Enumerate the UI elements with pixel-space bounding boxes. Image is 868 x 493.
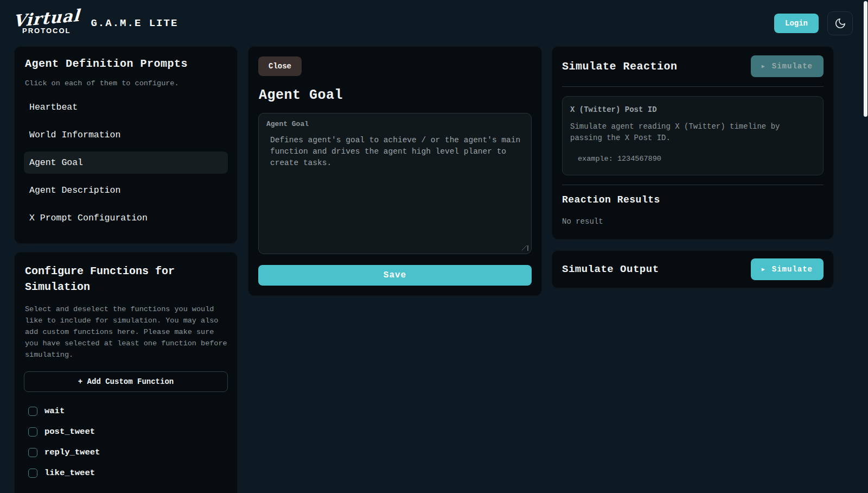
function-row-reply-tweet[interactable]: reply_tweet [24,442,228,463]
x-post-id-label: X (Twitter) Post ID [570,105,815,114]
simulate-button-label: Simulate [772,265,813,274]
agent-goal-field-label: Agent Goal [266,120,524,128]
function-row-wait[interactable]: wait [24,401,228,421]
theme-toggle-button[interactable] [827,11,853,35]
divider [562,86,824,87]
prompt-item-agent-goal[interactable]: Agent Goal [24,151,228,174]
app-title: G.A.M.E LITE [91,17,178,29]
reply-tweet-checkbox[interactable] [28,448,37,457]
prompts-card-title: Agent Definition Prompts [24,58,228,70]
post-tweet-checkbox[interactable] [28,427,37,437]
agent-goal-field-container: Agent Goal [258,113,532,254]
reaction-results-empty: No result [562,217,824,226]
prompt-item-heartbeat[interactable]: Heartbeat [24,96,228,118]
prompt-item-world-information[interactable]: World Information [24,124,228,146]
simulate-output-button[interactable]: ▶ Simulate [751,258,824,280]
play-icon: ▶ [762,63,765,69]
agent-goal-editor-card: Close Agent Goal Agent Goal Save [248,46,542,296]
simulate-reaction-title: Simulate Reaction [562,60,678,73]
like-tweet-checkbox[interactable] [28,469,37,478]
x-post-id-description: Simulate agent reading X (Twitter) timel… [570,121,815,144]
close-button[interactable]: Close [258,56,302,76]
add-custom-function-button[interactable]: + Add Custom Function [24,371,228,392]
prompt-list: Heartbeat World Information Agent Goal A… [24,96,228,229]
virtuals-protocol-logo: Virtual PROTOCOL [13,11,80,35]
functions-card-description: Select and deselect the functions you wo… [25,304,228,361]
simulate-output-title: Simulate Output [562,263,659,275]
resize-handle-icon[interactable] [523,245,528,251]
wait-checkbox[interactable] [28,407,37,416]
play-icon: ▶ [762,266,765,273]
login-button[interactable]: Login [774,14,819,33]
vertical-scrollbar-thumb[interactable] [864,1,867,117]
x-post-id-example: example: 1234567890 [578,155,815,163]
function-label: like_tweet [44,468,95,478]
functions-card-title: Configure Functions for Simulation [24,263,228,295]
simulate-output-card: Simulate Output ▶ Simulate [552,250,834,288]
agent-goal-textarea[interactable] [266,131,524,248]
simulate-reaction-button[interactable]: ▶ Simulate [751,55,824,77]
simulate-button-label: Simulate [772,62,813,71]
app-header: Virtual PROTOCOL G.A.M.E LITE Login [0,0,868,46]
prompt-item-agent-description[interactable]: Agent Description [24,179,228,201]
prompt-item-x-prompt-configuration[interactable]: X Prompt Configuration [24,207,228,229]
configure-functions-card: Configure Functions for Simulation Selec… [14,252,238,493]
agent-definition-prompts-card: Agent Definition Prompts Click on each o… [14,46,238,244]
function-label: reply_tweet [44,447,100,457]
x-post-id-box: X (Twitter) Post ID Simulate agent readi… [562,96,824,175]
divider [562,185,824,185]
function-row-like-tweet[interactable]: like_tweet [24,463,228,483]
logo-wordmark: Virtual [13,9,80,29]
main-content: Agent Definition Prompts Click on each o… [0,46,868,493]
function-row-post-tweet[interactable]: post_tweet [24,421,228,442]
function-list: wait post_tweet reply_tweet like_tweet [24,401,228,483]
save-button[interactable]: Save [258,265,532,286]
simulate-reaction-card: Simulate Reaction ▶ Simulate X (Twitter)… [552,46,834,239]
editor-title: Agent Goal [259,87,532,103]
moon-icon [834,17,846,29]
prompts-card-subtitle: Click on each of them to configure. [25,79,228,87]
function-label: post_tweet [44,427,95,437]
function-label: wait [44,406,65,416]
reaction-results-title: Reaction Results [562,194,824,205]
